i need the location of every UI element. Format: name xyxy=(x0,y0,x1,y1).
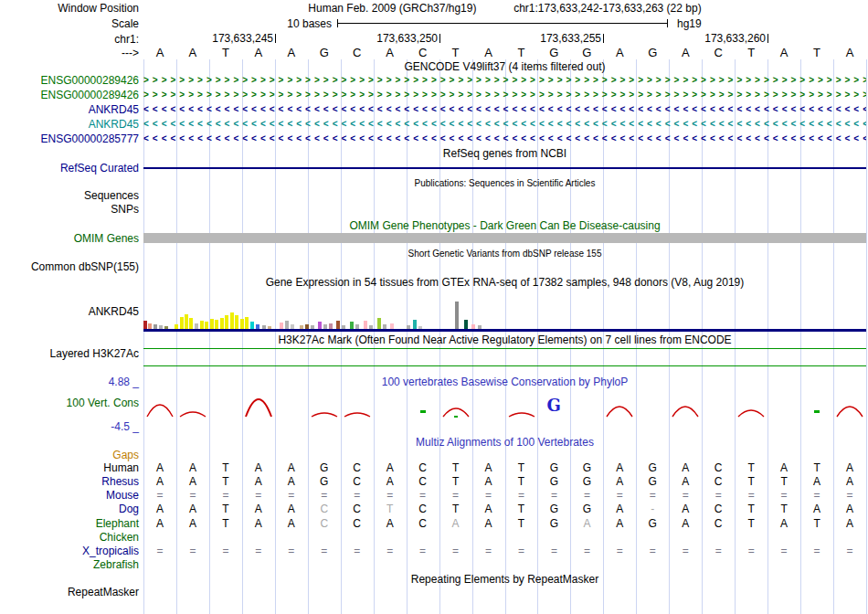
omim-title[interactable]: OMIM Gene Phenotypes - Dark Green Can Be… xyxy=(143,219,866,232)
alignment-base: C xyxy=(702,503,735,515)
alignment-base: = xyxy=(537,489,570,502)
species-label-zebrafish[interactable]: Zebrafish xyxy=(0,558,139,571)
alignment-base: = xyxy=(669,489,702,502)
conservation-max-label: 4.88 _ xyxy=(0,376,139,388)
sequence-base: C xyxy=(407,47,439,59)
gene-label-ankrd45[interactable]: ANKRD45 xyxy=(0,118,139,131)
tick-label: 173,633,245 xyxy=(178,33,273,45)
gtex-bar xyxy=(205,322,208,329)
publications-title[interactable]: Publications: Sequences in Scientific Ar… xyxy=(143,177,866,190)
alignment-base: C xyxy=(702,517,735,530)
gencode-title[interactable]: GENCODE V49lift37 (4 items filtered out) xyxy=(143,60,866,73)
alignment-base: = xyxy=(800,545,833,557)
species-label-human[interactable]: Human xyxy=(0,461,139,474)
alignment-base: T xyxy=(735,503,767,515)
phylop-peak xyxy=(833,391,866,418)
alignment-base: A xyxy=(275,517,308,530)
alignment-base: = xyxy=(439,545,472,557)
omim-gene-bar[interactable] xyxy=(143,233,866,243)
snps-label[interactable]: SNPs xyxy=(0,203,139,216)
alignment-base: A xyxy=(143,475,176,488)
gtex-gene-label[interactable]: ANKRD45 xyxy=(0,305,139,318)
h3k27ac-title[interactable]: H3K27Ac Mark (Often Found Near Active Re… xyxy=(143,333,866,346)
alignment-base: T xyxy=(505,475,538,488)
alignment-base: A xyxy=(833,475,866,488)
alignment-base: = xyxy=(669,545,702,557)
phylop-negative-mark xyxy=(814,410,820,413)
alignment-base: T xyxy=(439,461,472,474)
species-label-elephant[interactable]: Elephant xyxy=(0,517,139,530)
tick-mark xyxy=(767,34,768,43)
h3k27ac-top-line xyxy=(143,348,866,349)
phylop-peak xyxy=(603,391,636,418)
sequence-base: G xyxy=(308,47,341,59)
species-label-gaps[interactable]: Gaps xyxy=(0,449,139,461)
sequence-base: A xyxy=(242,47,275,59)
alignment-base: = xyxy=(603,489,636,502)
sequences-label[interactable]: Sequences xyxy=(0,189,139,202)
repeatmasker-title[interactable]: Repeating Elements by RepeatMasker xyxy=(143,573,866,586)
gene-label-ankrd45[interactable]: ANKRD45 xyxy=(0,103,139,116)
gene-track-row[interactable]: <<<<<<<<<<<<<<<<<<<<<<<<<<<<<<<<<<<<<<<<… xyxy=(143,118,866,131)
alignment-base: A xyxy=(833,461,866,474)
species-label-chicken[interactable]: Chicken xyxy=(0,531,139,544)
species-label-rhesus[interactable]: Rhesus xyxy=(0,475,139,488)
gene-track-row[interactable]: <<<<<<<<<<<<<<<<<<<<<<<<<<<<<<<<<<<<<<<<… xyxy=(143,132,866,145)
alignment-base: G xyxy=(636,517,669,530)
alignment-base: = xyxy=(341,545,374,557)
alignment-base: C xyxy=(407,503,439,515)
alignment-base: A xyxy=(472,503,505,515)
alignment-base: = xyxy=(636,489,669,502)
sequence-base: T xyxy=(505,47,538,59)
alignment-base: A xyxy=(669,503,702,515)
repeatmasker-label[interactable]: RepeatMasker xyxy=(0,586,139,598)
alignment-base: = xyxy=(735,489,767,502)
alignment-base: A xyxy=(143,461,176,474)
alignment-base: T xyxy=(767,503,800,515)
omim-genes-label[interactable]: OMIM Genes xyxy=(0,232,139,245)
alignment-base: = xyxy=(570,489,603,502)
alignment-base: G xyxy=(537,475,570,488)
gene-label-ensg00000289426[interactable]: ENSG00000289426 xyxy=(0,74,139,87)
phylop-title[interactable]: 100 vertebrates Basewise Conservation by… xyxy=(143,376,866,388)
phylop-wiggle[interactable]: G xyxy=(143,391,866,428)
species-label-dog[interactable]: Dog xyxy=(0,503,139,515)
alignment-base: = xyxy=(341,489,374,502)
alignment-base: = xyxy=(505,489,538,502)
dbsnp-title[interactable]: Short Genetic Variants from dbSNP releas… xyxy=(143,248,866,260)
species-label-x_tropicalis[interactable]: X_tropicalis xyxy=(0,545,139,557)
gene-label-ensg00000285777[interactable]: ENSG00000285777 xyxy=(0,132,139,145)
gtex-title[interactable]: Gene Expression in 54 tissues from GTEx … xyxy=(143,276,866,289)
species-label-mouse[interactable]: Mouse xyxy=(0,489,139,502)
tick-mark xyxy=(603,34,604,43)
phylop-letter-G: G xyxy=(546,397,560,414)
gene-track-row[interactable]: >>>>>>>>>>>>>>>>>>>>>>>>>>>>>>>>>>>>>>>>… xyxy=(143,89,866,101)
multiz-title[interactable]: Multiz Alignments of 100 Vertebrates xyxy=(143,436,866,449)
sequence-base: A xyxy=(603,47,636,59)
alignment-base: = xyxy=(472,489,505,502)
sequence-base: C xyxy=(341,47,374,59)
alignment-base: = xyxy=(374,545,407,557)
alignment-base: = xyxy=(636,545,669,557)
refseq-curated-label[interactable]: RefSeq Curated xyxy=(0,162,139,175)
gene-track-row[interactable]: <<<<<<<<<<<<<<<<<<<<<<<<<<<<<<<<<<<<<<<<… xyxy=(143,103,866,116)
sequence-base: C xyxy=(702,47,735,59)
conservation-track-label[interactable]: 100 Vert. Cons xyxy=(0,397,139,409)
gene-track-row[interactable]: >>>>>>>>>>>>>>>>>>>>>>>>>>>>>>>>>>>>>>>>… xyxy=(143,74,866,87)
alignment-base: G xyxy=(570,475,603,488)
alignment-base: A xyxy=(767,517,800,530)
alignment-base: A xyxy=(669,461,702,474)
alignment-base: C xyxy=(341,461,374,474)
gene-label-ensg00000289426[interactable]: ENSG00000289426 xyxy=(0,89,139,101)
phylop-peak xyxy=(143,391,176,418)
gtex-bar xyxy=(364,321,367,329)
h3k27ac-label[interactable]: Layered H3K27Ac xyxy=(0,347,139,360)
alignment-base: T xyxy=(735,475,767,488)
refseq-title[interactable]: RefSeq genes from NCBI xyxy=(143,147,866,160)
refseq-curated-line[interactable] xyxy=(143,167,866,169)
sequence-base: A xyxy=(176,47,209,59)
dbsnp-label[interactable]: Common dbSNP(155) xyxy=(0,260,139,273)
phylop-peak xyxy=(735,391,767,418)
alignment-base: = xyxy=(472,545,505,557)
h3k27ac-signal-line[interactable] xyxy=(143,365,866,366)
